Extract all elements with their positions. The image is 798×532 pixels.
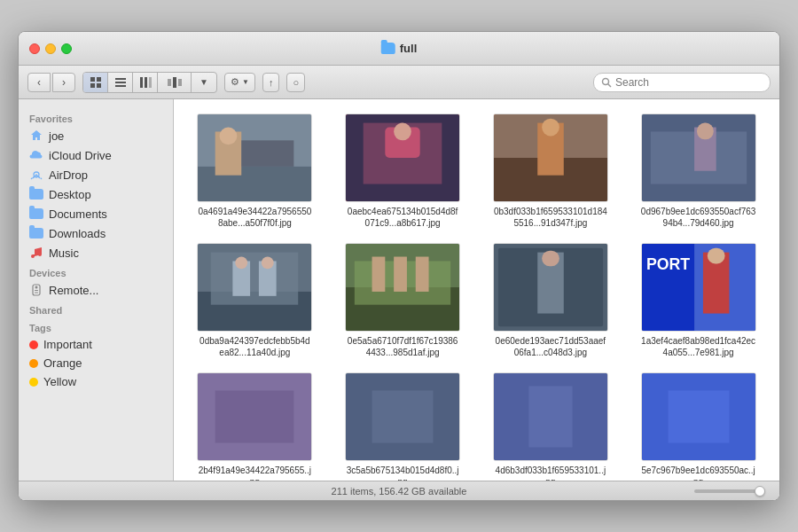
sidebar-label-documents: Documents <box>49 207 107 221</box>
file-name-10: 3c5a5b675134b015d4d8f0..jpg <box>345 465 460 481</box>
file-item-10[interactable]: 3c5a5b675134b015d4d8f0..jpg <box>336 372 470 481</box>
sidebar-item-music[interactable]: Music <box>19 243 173 262</box>
svg-rect-47 <box>372 257 386 292</box>
svg-rect-0 <box>90 77 95 82</box>
svg-rect-67 <box>668 390 729 442</box>
home-icon <box>29 129 43 143</box>
file-name-2: 0aebc4ea675134b015d4d8f071c9...a8b617.jp… <box>345 206 460 229</box>
svg-rect-7 <box>140 77 143 88</box>
sidebar-item-remote[interactable]: Remote... <box>19 280 173 300</box>
file-thumb-2 <box>345 113 460 202</box>
file-thumb-7 <box>493 243 608 332</box>
status-text: 211 items, 156.42 GB available <box>332 486 467 497</box>
file-name-6: 0e5a5a6710f7df1f67c193864433...985d1af.j… <box>345 335 460 358</box>
sidebar-item-airdrop[interactable]: AirDrop <box>19 165 173 184</box>
sidebar-label-important: Important <box>43 338 92 351</box>
share-button[interactable]: ↑ <box>262 73 280 92</box>
icon-view-button[interactable] <box>83 73 108 92</box>
zoom-slider[interactable] <box>694 489 765 493</box>
file-name-8: 1a3ef4caef8ab98ed1fca42ec4a055...7e981.j… <box>641 335 756 358</box>
file-item-9[interactable]: 2b4f91a49e34422a795655..jpg <box>188 372 322 481</box>
sidebar-item-orange[interactable]: Orange <box>19 354 173 372</box>
slider-track <box>694 489 765 493</box>
file-item-4[interactable]: 0d967b9ee1dc693550acf76394b4...79d460.jp… <box>631 113 765 229</box>
file-item-3[interactable]: 0b3df033b1f659533101d1845516...91d347f.j… <box>484 113 618 229</box>
file-item-5[interactable]: 0dba9a424397edcfebb5b4dea82...11a40d.jpg <box>188 243 322 358</box>
forward-button[interactable]: › <box>52 73 75 92</box>
sidebar-label-joe: joe <box>49 129 64 143</box>
list-view-button[interactable] <box>108 73 133 92</box>
sidebar-item-desktop[interactable]: Desktop <box>19 184 173 204</box>
file-thumb-12 <box>641 372 756 461</box>
file-thumb-10 <box>345 372 460 461</box>
main-content: Favorites joe iCloud Drive AirDrop <box>19 99 779 481</box>
svg-rect-5 <box>115 82 126 83</box>
back-button[interactable]: ‹ <box>27 73 51 92</box>
minimize-button[interactable] <box>45 43 56 54</box>
file-item-12[interactable]: 5e7c967b9ee1dc693550ac..jpg <box>631 372 765 481</box>
sidebar-label-yellow: Yellow <box>43 375 76 388</box>
action-button[interactable]: ⚙ ▼ <box>224 73 255 92</box>
file-name-3: 0b3df033b1f659533101d1845516...91d347f.j… <box>493 206 608 229</box>
svg-rect-11 <box>173 77 176 88</box>
file-area: 0a4691a49e34422a79565508abe...a50f7f0f.j… <box>174 99 779 481</box>
remote-icon <box>29 283 43 297</box>
sidebar-label-music: Music <box>49 246 79 260</box>
sidebar: Favorites joe iCloud Drive AirDrop <box>19 99 174 481</box>
sidebar-item-yellow[interactable]: Yellow <box>19 372 173 391</box>
maximize-button[interactable] <box>61 43 72 54</box>
svg-rect-36 <box>697 123 714 140</box>
sidebar-item-icloud[interactable]: iCloud Drive <box>19 145 173 165</box>
svg-rect-63 <box>372 390 434 442</box>
view-options-button[interactable]: ▼ <box>192 73 216 92</box>
close-button[interactable] <box>29 43 40 54</box>
sidebar-label-airdrop: AirDrop <box>49 168 88 182</box>
svg-rect-28 <box>394 123 411 141</box>
tag-icon: ○ <box>293 77 299 88</box>
svg-rect-3 <box>97 83 101 88</box>
coverflow-view-button[interactable] <box>158 73 192 92</box>
file-name-11: 4d6b3df033b1f659533101..jpg <box>493 465 608 481</box>
music-icon <box>29 246 43 260</box>
search-box[interactable] <box>593 73 771 92</box>
sidebar-item-downloads[interactable]: Downloads <box>19 223 173 243</box>
traffic-lights <box>29 43 72 54</box>
file-grid: 0a4691a49e34422a79565508abe...a50f7f0f.j… <box>188 113 765 481</box>
file-item-2[interactable]: 0aebc4ea675134b015d4d8f071c9...a8b617.jp… <box>336 113 470 229</box>
file-name-4: 0d967b9ee1dc693550acf76394b4...79d460.jp… <box>641 206 756 229</box>
sidebar-item-documents[interactable]: Documents <box>19 204 173 223</box>
devices-header: Devices <box>19 262 173 280</box>
title-folder-icon <box>381 43 395 54</box>
svg-rect-41 <box>236 257 248 270</box>
file-name-7: 0e60ede193aec71dd53aaef06fa1...c048d3.jp… <box>493 335 608 358</box>
sidebar-item-joe[interactable]: joe <box>19 126 173 145</box>
orange-tag-dot <box>29 359 38 368</box>
tag-button[interactable]: ○ <box>286 73 305 92</box>
file-item-1[interactable]: 0a4691a49e34422a79565508abe...a50f7f0f.j… <box>188 113 322 229</box>
file-item-7[interactable]: 0e60ede193aec71dd53aaef06fa1...c048d3.jp… <box>484 243 618 358</box>
file-item-6[interactable]: 0e5a5a6710f7df1f67c193864433...985d1af.j… <box>336 243 470 358</box>
svg-rect-39 <box>211 253 298 305</box>
svg-rect-19 <box>35 293 38 293</box>
sidebar-item-important[interactable]: Important <box>19 335 173 354</box>
svg-rect-12 <box>178 79 182 86</box>
column-view-button[interactable] <box>133 73 158 92</box>
sidebar-label-downloads: Downloads <box>49 227 106 240</box>
slider-thumb[interactable] <box>755 486 765 497</box>
gear-icon: ⚙ <box>231 76 239 88</box>
action-arrow: ▼ <box>242 78 249 86</box>
file-thumb-11 <box>493 372 608 461</box>
svg-rect-18 <box>35 290 38 291</box>
file-item-11[interactable]: 4d6b3df033b1f659533101..jpg <box>484 372 618 481</box>
file-name-5: 0dba9a424397edcfebb5b4dea82...11a40d.jpg <box>197 335 312 358</box>
search-input[interactable] <box>615 76 763 89</box>
view-buttons: ▼ <box>82 72 217 93</box>
sidebar-label-orange: Orange <box>43 356 82 370</box>
titlebar: full <box>19 32 779 66</box>
file-thumb-6 <box>345 243 460 332</box>
svg-rect-65 <box>528 387 572 448</box>
shared-header: Shared <box>19 300 173 317</box>
file-item-8[interactable]: PORT 1a3ef4caef8ab98ed1fca42ec4a055...7e… <box>631 243 765 358</box>
svg-rect-58 <box>707 248 724 264</box>
svg-rect-43 <box>262 257 274 270</box>
